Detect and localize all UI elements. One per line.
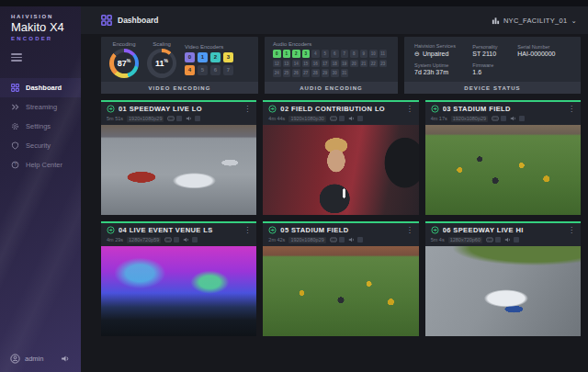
sidebar-item-help-center[interactable]: ? Help Center	[0, 155, 81, 175]
audio-encoder-chip[interactable]: 30	[331, 69, 339, 77]
stream-resolution: 1920x1080p29	[288, 237, 325, 243]
audio-encoder-chip[interactable]: 21	[360, 60, 368, 68]
tile-thumbnail[interactable]	[425, 246, 581, 336]
audio-encoder-chip[interactable]: 2	[292, 50, 300, 58]
gauge-value: 87	[118, 59, 127, 68]
sidebar-item-label: Streaming	[26, 103, 57, 111]
sidebar-item-settings[interactable]: Settings	[0, 117, 81, 136]
stream-tile[interactable]: 04 LIVE EVENT VENUE LS ⋮ 4m 29s 1280x720…	[101, 221, 256, 336]
audio-encoder-chip[interactable]: 27	[302, 69, 311, 77]
hamburger-menu-icon[interactable]	[11, 53, 22, 63]
stream-resolution: 1920x1080p29	[127, 116, 164, 122]
audio-encoder-chip[interactable]: 23	[379, 60, 388, 68]
caption-count-badge	[339, 116, 345, 121]
gauge-value: 11	[155, 59, 164, 68]
video-encoder-chip[interactable]: 6	[210, 65, 220, 75]
audio-encoder-chip[interactable]: 5	[322, 50, 330, 58]
audio-encoder-chip[interactable]: 13	[283, 60, 291, 68]
audio-encoder-chip[interactable]: 28	[311, 69, 320, 77]
sidebar-item-security[interactable]: Security	[0, 136, 81, 155]
audio-speaker-icon	[348, 115, 356, 122]
audio-encoder-chip[interactable]: 26	[292, 69, 300, 77]
top-strip	[0, 0, 588, 6]
audio-encoder-chip[interactable]: 0	[273, 50, 281, 58]
stream-title: 02 FIELD CONTRIBUTION LO	[280, 105, 385, 113]
dashboard-grid-icon	[101, 15, 112, 26]
panel-footer-device: DEVICE STATUS	[404, 82, 581, 94]
facility-selector[interactable]: NYC_FACILITY_01 ⌄	[492, 17, 577, 25]
audio-encoder-chip[interactable]: 1	[283, 50, 291, 58]
audio-encoder-chip[interactable]: 31	[341, 69, 349, 77]
chevron-down-icon: ⌄	[571, 17, 577, 25]
stream-tile[interactable]: 01 SPEEDWAY LIVE LO ⋮ 5m 51s 1920x1080p2…	[101, 100, 256, 215]
audio-encoder-chip[interactable]: 22	[369, 60, 378, 68]
audio-encoder-chip[interactable]: 24	[273, 69, 281, 77]
audio-encoder-chip[interactable]: 19	[341, 60, 349, 68]
kebab-menu-icon[interactable]: ⋮	[568, 227, 575, 234]
audio-encoder-chip[interactable]: 9	[360, 50, 368, 58]
stream-resolution: 1280x720p60	[448, 237, 482, 243]
stream-duration: 4m 17s	[431, 116, 447, 121]
tile-thumbnail[interactable]	[425, 125, 581, 215]
audio-encoder-chip[interactable]: 6	[331, 50, 339, 58]
audio-encoding-panel: Audio Encoders 0123456789101112131415161…	[265, 37, 398, 94]
audio-speaker-icon	[510, 115, 517, 122]
kebab-menu-icon[interactable]: ⋮	[568, 106, 575, 113]
tile-thumbnail[interactable]	[263, 246, 418, 336]
audio-encoder-chip[interactable]: 25	[283, 69, 291, 77]
video-encoder-chip[interactable]: 2	[210, 52, 220, 62]
audio-encoder-chip[interactable]: 18	[331, 60, 339, 68]
stream-active-icon	[268, 105, 277, 113]
audio-encoder-chip[interactable]: 8	[350, 50, 358, 58]
audio-encoder-chip[interactable]: 16	[311, 60, 320, 68]
video-encoder-chip[interactable]: 7	[223, 65, 233, 75]
sidebar-footer: admin	[0, 345, 81, 372]
video-encoder-chip[interactable]: 4	[185, 65, 195, 75]
audio-encoder-chip[interactable]: 12	[273, 60, 281, 68]
video-encoders-block: Video Encoders 01234567	[185, 44, 233, 75]
kebab-menu-icon[interactable]: ⋮	[406, 106, 413, 113]
tile-thumbnail[interactable]	[263, 125, 418, 215]
video-encoder-grid: 01234567	[185, 52, 233, 75]
kebab-menu-icon[interactable]: ⋮	[243, 106, 251, 113]
main-area: Dashboard NYC_FACILITY_01 ⌄ Encoding	[81, 6, 588, 372]
svg-text:?: ?	[14, 163, 17, 167]
stream-tile[interactable]: 03 STADIUM FIELD ⋮ 4m 17s 1920x1080p29	[425, 100, 581, 215]
video-encoder-chip[interactable]: 0	[185, 52, 195, 62]
audio-encoder-chip[interactable]: 29	[322, 69, 330, 77]
audio-encoder-chip[interactable]: 10	[369, 50, 378, 58]
sidebar-item-streaming[interactable]: Streaming	[0, 97, 81, 117]
tile-thumbnail[interactable]	[101, 125, 256, 215]
audio-count-badge	[514, 237, 519, 242]
audio-encoder-chip[interactable]: 11	[379, 50, 388, 58]
closed-caption-icon	[164, 236, 172, 243]
video-encoder-chip[interactable]: 5	[198, 65, 208, 75]
tile-thumbnail[interactable]	[101, 246, 256, 336]
caption-count-badge	[174, 237, 179, 242]
audio-encoder-chip[interactable]: 14	[292, 60, 300, 68]
audio-encoder-chip[interactable]: 17	[322, 60, 330, 68]
audio-encoder-chip[interactable]: 20	[350, 60, 358, 68]
audio-encoder-chip[interactable]: 15	[302, 60, 311, 68]
stream-resolution: 1920x1080p30	[288, 116, 325, 122]
stream-tile[interactable]: 06 SPEEDWAY LIVE HI ⋮ 5m 4s 1280x720p60	[425, 221, 581, 336]
audio-encoder-chip[interactable]: 3	[302, 50, 311, 58]
sidebar-item-dashboard[interactable]: Dashboard	[0, 78, 81, 97]
field-haivision-services: Haivision Services ⊖Unpaired	[414, 43, 465, 58]
audio-encoder-chip[interactable]: 7	[341, 50, 349, 58]
stream-tile[interactable]: 05 STADIUM FIELD ⋮ 2m 42s 1920x1080p29	[263, 221, 418, 336]
stream-title: 06 SPEEDWAY LIVE HI	[443, 226, 524, 234]
speaker-icon[interactable]	[61, 354, 71, 364]
stream-title: 04 LIVE EVENT VENUE LS	[119, 226, 213, 234]
audio-count-badge	[519, 116, 525, 121]
kebab-menu-icon[interactable]: ⋮	[243, 227, 251, 234]
stream-title: 05 STADIUM FIELD	[280, 226, 348, 234]
field-personality: Personality ST 2110	[472, 44, 510, 58]
video-encoder-chip[interactable]: 3	[223, 52, 233, 62]
stream-tiles-grid: 01 SPEEDWAY LIVE LO ⋮ 5m 51s 1920x1080p2…	[101, 100, 581, 336]
audio-encoder-chip[interactable]: 4	[311, 50, 320, 58]
kebab-menu-icon[interactable]: ⋮	[406, 227, 413, 234]
stream-tile[interactable]: 02 FIELD CONTRIBUTION LO ⋮ 4m 44s 1920x1…	[263, 100, 418, 215]
video-encoder-chip[interactable]: 1	[198, 52, 208, 62]
field-serial-number: Serial Number HAI-0000000	[517, 44, 571, 58]
